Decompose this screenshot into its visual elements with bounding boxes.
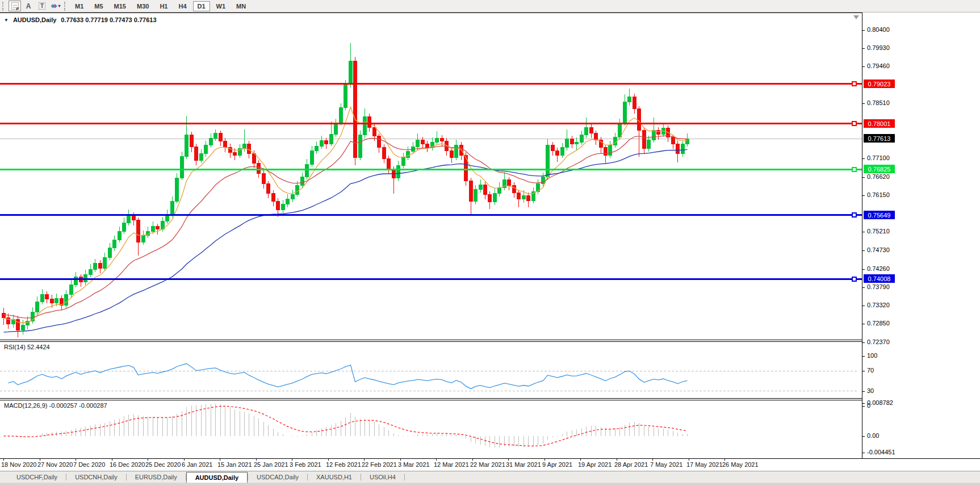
toolbar-grip[interactable] xyxy=(2,2,5,11)
timeframe-button-h4[interactable]: H4 xyxy=(174,1,191,11)
price-level-badge-0.74008[interactable]: 0.74008 xyxy=(864,274,895,283)
price-tick-label: 0.76150 xyxy=(867,191,890,198)
chart-tab-eurusd[interactable]: EURUSD,Daily xyxy=(127,471,186,483)
date-label: 9 Apr 2021 xyxy=(542,461,572,468)
price-tick-label: 0.72370 xyxy=(867,338,890,345)
rsi-tick-mark xyxy=(862,371,865,371)
price-level-badge-0.79023[interactable]: 0.79023 xyxy=(864,80,895,88)
chart-tab-usdcnh[interactable]: USDCNH,Daily xyxy=(66,471,126,483)
macd-indicator-pane[interactable] xyxy=(0,400,862,458)
price-level-badge-0.78001[interactable]: 0.78001 xyxy=(864,119,895,128)
price-tick-mark xyxy=(862,103,865,104)
date-tick-mark xyxy=(508,459,509,461)
price-level-badge-0.75649[interactable]: 0.75649 xyxy=(864,211,895,219)
date-tick-mark xyxy=(580,459,581,461)
timeframe-button-d1[interactable]: D1 xyxy=(193,1,210,11)
price-tick-mark xyxy=(862,232,865,232)
price-tick-label: 0.75210 xyxy=(867,228,890,235)
text-label-tool-button[interactable]: A xyxy=(22,1,35,11)
medium-ma-line xyxy=(4,136,688,318)
date-tick-mark xyxy=(148,459,148,461)
timeframe-button-m30[interactable]: M30 xyxy=(132,1,153,11)
symbol-period-label: AUDUSD,Daily xyxy=(13,16,56,23)
price-tick-mark xyxy=(862,177,865,178)
object-style-tool-button[interactable]: ◆ ◆ ▾ xyxy=(49,1,62,11)
date-label: 28 Apr 2021 xyxy=(614,461,648,468)
time-axis[interactable]: 18 Nov 202027 Nov 20207 Dec 202016 Dec 2… xyxy=(0,459,980,470)
chart-tab-usdchf[interactable]: USDCHF,Daily xyxy=(8,471,66,483)
date-label: 19 Apr 2021 xyxy=(578,461,612,468)
date-tick-mark xyxy=(545,459,545,461)
date-tick-mark xyxy=(256,459,257,461)
macd-tick-label: -0.004451 xyxy=(867,449,895,455)
chart-tab-usoil[interactable]: USOil,H4 xyxy=(361,471,404,483)
timeframe-button-m15[interactable]: M15 xyxy=(110,1,131,11)
date-tick-mark xyxy=(436,459,437,461)
dotted-grid-icon: F xyxy=(11,2,19,10)
dropdown-arrow-icon: ▾ xyxy=(58,3,60,9)
date-tick-mark xyxy=(76,459,76,461)
date-tick-mark xyxy=(724,459,725,461)
date-label: 7 Dec 2020 xyxy=(73,461,105,468)
chart-tab-xauusd[interactable]: XAUUSD,H1 xyxy=(308,471,361,483)
rsi-indicator-label: RSI(14) 52.4424 xyxy=(4,344,50,350)
date-label: 18 Nov 2020 xyxy=(1,461,36,468)
chart-tab-audusd[interactable]: AUDUSD,Daily xyxy=(186,472,248,483)
price-tick-label: 0.77100 xyxy=(867,154,890,161)
timeframe-button-mn[interactable]: MN xyxy=(232,1,250,11)
date-label: 26 May 2021 xyxy=(722,461,759,468)
tab-separator xyxy=(404,474,405,480)
date-label: 22 Feb 2021 xyxy=(362,461,397,468)
macd-tick-mark xyxy=(862,436,865,437)
timeframe-button-m5[interactable]: M5 xyxy=(90,1,107,11)
timeframe-button-h1[interactable]: H1 xyxy=(155,1,172,11)
ohlc-values: 0.77633 0.77719 0.77473 0.77613 xyxy=(61,16,156,23)
date-label: 25 Jan 2021 xyxy=(254,461,288,468)
price-tick-label: 0.72850 xyxy=(867,320,890,327)
freehand-grid-tool-button[interactable]: F xyxy=(9,1,21,11)
slow-ma-line xyxy=(4,149,688,332)
date-label: 12 Mar 2021 xyxy=(434,461,469,468)
price-axis[interactable]: 0.804000.799300.794600.785100.771000.766… xyxy=(862,12,980,458)
top-toolbar: F A T ◆ ◆ ▾ M1M5M15M30H1H4D1W1MN xyxy=(0,0,980,12)
date-label: 27 Nov 2020 xyxy=(37,461,73,468)
date-label: 31 Mar 2021 xyxy=(506,461,541,468)
main-price-chart[interactable] xyxy=(0,14,862,340)
toolbar-grip-2[interactable] xyxy=(64,2,67,11)
chart-shift-marker-icon[interactable] xyxy=(853,15,859,19)
price-level-badge-0.76825[interactable]: 0.76825 xyxy=(864,165,895,173)
chart-window: ▼ AUDUSD,Daily 0.77633 0.77719 0.77473 0… xyxy=(0,12,980,485)
rsi-indicator-pane[interactable] xyxy=(0,342,862,398)
price-level-badge-0.77613[interactable]: 0.77613 xyxy=(864,134,895,143)
date-label: 25 Dec 2020 xyxy=(145,461,181,468)
rsi-tick-mark xyxy=(862,391,865,392)
date-label: 6 Jan 2021 xyxy=(182,461,212,468)
timeframe-button-w1[interactable]: W1 xyxy=(212,1,231,11)
price-tick-label: 0.80400 xyxy=(867,26,890,33)
mt4-window: F A T ◆ ◆ ▾ M1M5M15M30H1H4D1W1MN ▼ AUDUS… xyxy=(0,0,980,485)
date-tick-mark xyxy=(3,459,4,461)
date-tick-mark xyxy=(617,459,617,461)
date-tick-mark xyxy=(328,459,329,461)
chart-tab-bar: USDCHF,DailyUSDCNH,DailyEURUSD,DailyAUDU… xyxy=(0,471,980,483)
date-tick-mark xyxy=(689,459,689,461)
date-tick-mark xyxy=(220,459,220,461)
price-tick-label: 0.74730 xyxy=(867,246,890,253)
date-tick-mark xyxy=(184,459,185,461)
chart-tab-usdcad[interactable]: USDCAD,Daily xyxy=(248,471,307,483)
text-box-tool-button[interactable]: T xyxy=(36,1,48,11)
timeframe-toolbar: M1M5M15M30H1H4D1W1MN xyxy=(70,1,250,11)
price-tick-label: 0.74260 xyxy=(867,265,890,272)
price-tick-label: 0.73320 xyxy=(867,302,890,308)
price-tick-label: 0.78510 xyxy=(867,99,890,106)
date-tick-mark xyxy=(472,459,473,461)
bottom-strip xyxy=(0,483,980,485)
timeframe-button-m1[interactable]: M1 xyxy=(70,1,88,11)
text-box-icon: T xyxy=(39,2,45,10)
collapse-arrow-icon[interactable]: ▼ xyxy=(4,18,9,23)
price-tick-mark xyxy=(862,306,865,306)
price-tick-mark xyxy=(862,250,865,251)
date-label: 17 May 2021 xyxy=(686,461,723,468)
date-tick-mark xyxy=(112,459,112,461)
price-tick-mark xyxy=(862,195,865,196)
